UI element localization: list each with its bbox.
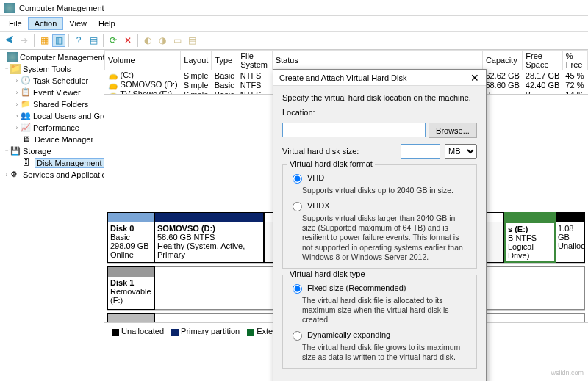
forward-icon: ➔ (18, 34, 31, 47)
tree-root[interactable]: Computer Management (Local (0, 51, 104, 63)
menu-file[interactable]: File (3, 18, 28, 29)
tree-local-users[interactable]: ›👥Local Users and Groups (0, 110, 104, 122)
titlebar: Computer Management (0, 0, 588, 16)
size-input[interactable] (401, 144, 440, 159)
dialog-title: Create and Attach Virtual Hard Disk (279, 73, 406, 82)
create-vhd-dialog: Create and Attach Virtual Hard Disk ✕ Sp… (273, 69, 487, 381)
col-type[interactable]: Type (212, 51, 237, 70)
action3-icon[interactable]: ▭ (171, 34, 184, 47)
menu-view[interactable]: View (63, 18, 93, 29)
col-capacity[interactable]: Capacity (482, 51, 522, 70)
radio-vhdx[interactable] (293, 202, 302, 211)
action2-icon[interactable]: ◑ (156, 34, 169, 47)
toolbar: ⮜ ➔ ▦ ▥ ? ▤ ⟳ ✕ ◐ ◑ ▭ ▤ (0, 31, 588, 50)
type-group: Virtual hard disk type Fixed size (Recom… (282, 275, 477, 369)
browse-button[interactable]: Browse... (429, 123, 477, 138)
menu-action[interactable]: Action (28, 17, 64, 30)
tree-event-viewer[interactable]: ›📋Event Viewer (0, 87, 104, 98)
tree-disk-management[interactable]: 🗄Disk Management (0, 157, 104, 169)
app-icon (4, 3, 15, 13)
size-label: Virtual hard disk size: (282, 147, 396, 156)
col-pct[interactable]: % Free (562, 51, 587, 70)
tree-storage[interactable]: ﹀💾Storage (0, 145, 104, 157)
action1-icon[interactable]: ◐ (141, 34, 154, 47)
tree-services[interactable]: ›⚙Services and Applications (0, 169, 104, 181)
tree-performance[interactable]: ›📈Performance (0, 122, 104, 134)
disk0-vol-d[interactable]: SOMOVSO (D:) 58.60 GB NTFS Healthy (Syst… (155, 212, 264, 263)
disk0-header[interactable]: Disk 0 Basic 298.09 GB Online (107, 212, 155, 263)
col-fs[interactable]: File System (237, 51, 272, 70)
radio-dynamic[interactable] (293, 331, 302, 341)
menu-help[interactable]: Help (93, 18, 121, 29)
action4-icon[interactable]: ▤ (185, 34, 198, 47)
dialog-intro: Specify the virtual hard disk location o… (282, 93, 477, 102)
location-label: Location: (282, 108, 477, 117)
disk0-unalloc[interactable]: 1.08 GB Unalloc (556, 212, 585, 263)
tree-shared-folders[interactable]: ›📁Shared Folders (0, 98, 104, 110)
format-group: Virtual hard disk format VHD Supports vi… (282, 164, 477, 269)
size-unit-select[interactable]: MB (445, 144, 477, 159)
close-icon[interactable]: ✕ (464, 70, 486, 85)
settings-icon[interactable]: ▤ (87, 34, 100, 47)
tile-icon[interactable]: ▥ (52, 34, 65, 47)
help-icon[interactable]: ? (72, 34, 85, 47)
tree-pane: Computer Management (Local ﹀📁System Tool… (0, 50, 104, 340)
refresh-icon[interactable]: ⟳ (107, 34, 120, 47)
col-volume[interactable]: Volume (105, 51, 181, 70)
prop-icon[interactable]: ▦ (37, 34, 51, 47)
col-free[interactable]: Free Space (523, 51, 562, 70)
window-title: Computer Management (19, 4, 104, 12)
tree-system-tools[interactable]: ﹀📁System Tools (0, 63, 104, 75)
radio-vhd[interactable] (293, 174, 302, 184)
col-layout[interactable]: Layout (181, 51, 212, 70)
disk1-header[interactable]: Disk 1 Removable (F:) No Media (107, 266, 155, 310)
dialog-titlebar[interactable]: Create and Attach Virtual Hard Disk ✕ (273, 70, 486, 86)
disk0-vol-e[interactable]: s (E:) B NTFS Logical Drive) (504, 212, 556, 263)
radio-fixed[interactable] (293, 284, 302, 294)
watermark: wsiidn.com (551, 369, 584, 377)
col-status[interactable]: Status (272, 51, 482, 70)
menubar: File Action View Help (0, 16, 588, 31)
cdrom-header[interactable]: CD-ROM 0 DVD (G:) No Media (107, 313, 155, 322)
back-icon[interactable]: ⮜ (3, 34, 16, 47)
delete-icon[interactable]: ✕ (121, 34, 135, 47)
tree-task-scheduler[interactable]: ›🕐Task Scheduler (0, 75, 104, 87)
tree-device-manager[interactable]: 🖥Device Manager (0, 134, 104, 145)
location-input[interactable] (282, 123, 426, 137)
